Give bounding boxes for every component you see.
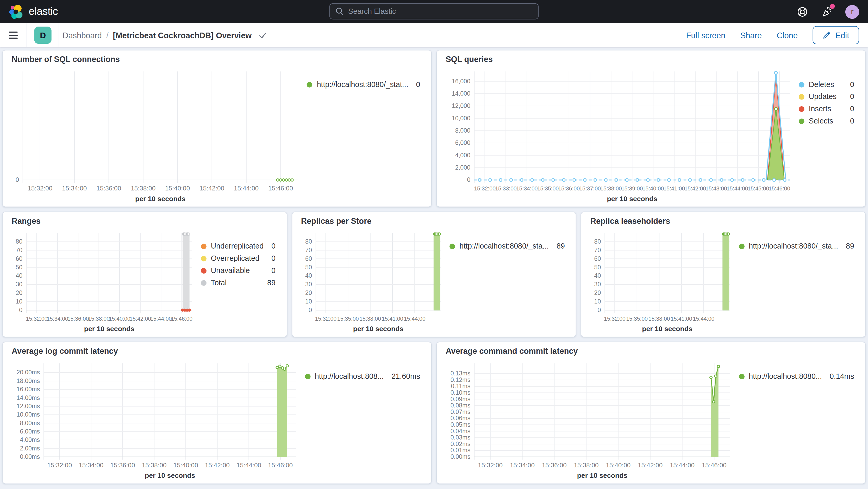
svg-text:15:36:00: 15:36:00 [67, 316, 89, 322]
chart-legend: Deletes 0 Updates 0 Inserts 0 [794, 67, 856, 203]
svg-text:15:46:00: 15:46:00 [769, 185, 790, 192]
svg-text:60: 60 [594, 255, 601, 262]
legend-dot-icon [201, 268, 206, 274]
svg-text:30: 30 [594, 281, 601, 287]
svg-text:20: 20 [305, 289, 312, 296]
svg-text:15:38:00: 15:38:00 [88, 316, 110, 322]
legend-dot-icon [799, 82, 804, 88]
legend-dot-icon [739, 244, 744, 249]
svg-text:15:38:00: 15:38:00 [142, 462, 167, 469]
svg-text:0.05ms: 0.05ms [451, 421, 471, 428]
elastic-logo[interactable]: elastic [9, 4, 58, 19]
svg-text:0.10ms: 0.10ms [451, 389, 471, 396]
svg-text:15:46:00: 15:46:00 [702, 462, 726, 469]
svg-text:18.00ms: 18.00ms [17, 377, 40, 384]
legend-item[interactable]: http://localhost:8080... 0.14ms [739, 372, 854, 381]
svg-text:0.07ms: 0.07ms [451, 408, 471, 415]
whats-new-button[interactable] [821, 6, 832, 17]
panel-average-command-commit-latency: Average command commit latency 15:32:001… [436, 342, 866, 484]
main-menu-button[interactable] [0, 23, 27, 47]
svg-text:per 10 seconds: per 10 seconds [642, 325, 692, 333]
chart-average-command-commit-latency[interactable]: 15:32:0015:34:0015:36:0015:38:0015:40:00… [445, 359, 735, 480]
panel-replica-leaseholders: Replica leaseholders 15:32:0015:35:0015:… [581, 212, 866, 337]
user-avatar[interactable]: r [845, 5, 859, 19]
legend-item[interactable]: http://localhost:8080/_stat... 0 [307, 80, 420, 89]
panel-title[interactable]: Replicas per Store [301, 216, 567, 229]
elastic-logo-icon [9, 4, 24, 19]
svg-text:14,000: 14,000 [452, 90, 471, 97]
svg-text:30: 30 [16, 281, 22, 287]
svg-text:15:42:00: 15:42:00 [684, 185, 706, 192]
panel-title[interactable]: SQL queries [445, 55, 856, 67]
svg-text:15:42:00: 15:42:00 [205, 462, 230, 469]
legend-item-underreplicated[interactable]: Underreplicated 0 [201, 242, 276, 251]
svg-text:15:41:00: 15:41:00 [663, 185, 685, 192]
clone-button[interactable]: Clone [777, 31, 798, 40]
legend-item-unavailable[interactable]: Unavailable 0 [201, 266, 276, 275]
space-avatar[interactable]: D [34, 27, 52, 44]
chart-replicas-per-store[interactable]: 15:32:0015:35:0015:38:0015:41:0015:44:00… [301, 229, 445, 333]
chart-ranges[interactable]: 15:32:0015:34:0015:36:0015:38:0015:40:00… [12, 229, 197, 333]
svg-text:15:36:00: 15:36:00 [96, 185, 121, 192]
svg-text:0.08ms: 0.08ms [451, 402, 471, 409]
breadcrumb-dashboard-link[interactable]: Dashboard [62, 31, 102, 40]
breadcrumb-separator: / [106, 31, 108, 40]
legend-item-selects[interactable]: Selects 0 [799, 117, 854, 126]
svg-text:0: 0 [598, 307, 601, 313]
full-screen-button[interactable]: Full screen [686, 31, 725, 40]
search-input[interactable] [348, 7, 533, 16]
legend-dot-icon [739, 374, 744, 379]
svg-text:15:40:00: 15:40:00 [643, 185, 664, 192]
dashboard-title-menu[interactable] [258, 31, 266, 39]
share-button[interactable]: Share [740, 31, 762, 40]
chart-legend: Underreplicated 0 Overreplicated 0 Unava… [196, 229, 278, 333]
legend-item[interactable]: http://localhost:8080/_sta... 89 [450, 242, 565, 251]
svg-text:15:38:00: 15:38:00 [360, 316, 381, 322]
panel-replicas-per-store: Replicas per Store 15:32:0015:35:0015:38… [292, 212, 577, 337]
svg-text:2,000: 2,000 [455, 164, 471, 171]
svg-text:80: 80 [16, 238, 22, 245]
chart-number-of-sql-connections[interactable]: 15:32:0015:34:0015:36:0015:38:0015:40:00… [12, 67, 303, 203]
legend-dot-icon [201, 244, 206, 249]
panel-title[interactable]: Number of SQL connections [12, 55, 423, 67]
panel-title[interactable]: Ranges [12, 216, 278, 229]
edit-button[interactable]: Edit [812, 26, 859, 44]
chart-average-log-commit-latency[interactable]: 15:32:0015:34:0015:36:0015:38:0015:40:00… [12, 359, 301, 480]
svg-text:16.00ms: 16.00ms [17, 386, 40, 393]
help-button[interactable] [797, 6, 808, 17]
search-icon [335, 7, 344, 16]
global-search[interactable] [330, 3, 538, 20]
svg-text:15:38:00: 15:38:00 [649, 316, 670, 322]
legend-item[interactable]: http://localhost:808... 21.60ms [305, 372, 420, 381]
svg-text:20: 20 [16, 289, 22, 296]
panel-title[interactable]: Average log commit latency [12, 347, 423, 359]
svg-text:10: 10 [594, 298, 601, 305]
svg-text:15:40:00: 15:40:00 [606, 462, 630, 469]
svg-text:0.12ms: 0.12ms [451, 376, 471, 383]
chart-replica-leaseholders[interactable]: 15:32:0015:35:0015:38:0015:41:0015:44:00… [590, 229, 735, 333]
logo-wordmark: elastic [29, 5, 58, 18]
svg-text:per 10 seconds: per 10 seconds [145, 471, 195, 479]
svg-text:10: 10 [305, 298, 312, 305]
svg-text:15:32:00: 15:32:00 [28, 185, 52, 192]
legend-item-inserts[interactable]: Inserts 0 [799, 105, 854, 114]
svg-text:12,000: 12,000 [452, 102, 471, 109]
legend-item-total[interactable]: Total 89 [201, 278, 276, 287]
svg-text:0.11ms: 0.11ms [451, 383, 470, 390]
dashboard-actions: Full screen Share Clone Edit [686, 26, 859, 44]
svg-text:15:32:00: 15:32:00 [604, 316, 626, 322]
legend-item-overreplicated[interactable]: Overreplicated 0 [201, 254, 276, 263]
legend-item-updates[interactable]: Updates 0 [799, 92, 854, 101]
panel-title[interactable]: Average command commit latency [445, 347, 856, 359]
legend-item-deletes[interactable]: Deletes 0 [799, 80, 854, 89]
panel-title[interactable]: Replica leaseholders [590, 216, 857, 229]
chart-sql-queries[interactable]: 15:32:0015:33:0015:34:0015:35:0015:36:00… [445, 67, 794, 203]
svg-text:15:44:00: 15:44:00 [404, 316, 425, 322]
chart-legend: http://localhost:8080/_sta... 89 [735, 229, 856, 333]
svg-text:15:44:00: 15:44:00 [237, 462, 261, 469]
svg-text:0: 0 [467, 176, 470, 183]
svg-text:0: 0 [19, 307, 22, 313]
top-right-icons: r [797, 5, 859, 19]
svg-text:15:35:00: 15:35:00 [626, 316, 648, 322]
legend-item[interactable]: http://localhost:8080/_sta... 89 [739, 242, 854, 251]
